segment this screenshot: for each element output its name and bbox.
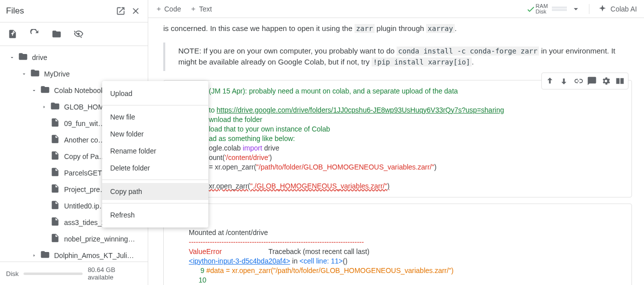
ctx-new-folder[interactable]: New folder bbox=[102, 126, 208, 142]
file-icon bbox=[50, 216, 60, 228]
sidebar-title: Files bbox=[6, 6, 112, 16]
refresh-icon[interactable] bbox=[29, 28, 40, 40]
move-up-icon[interactable] bbox=[543, 74, 556, 88]
close-icon[interactable] bbox=[130, 5, 142, 17]
ctx-upload[interactable]: Upload bbox=[102, 85, 208, 102]
topbar: ＋Code ＋Text RAM Disk Colab AI bbox=[148, 0, 644, 18]
main-area: ＋Code ＋Text RAM Disk Colab AI is concern… bbox=[148, 0, 644, 285]
chevron-down-icon[interactable] bbox=[6, 54, 18, 60]
file-icon bbox=[50, 150, 60, 162]
folder-icon bbox=[18, 52, 28, 63]
sparkle-icon bbox=[597, 4, 607, 14]
mount-drive-icon[interactable] bbox=[51, 28, 62, 40]
folder-icon bbox=[50, 101, 60, 112]
folder-icon bbox=[40, 250, 50, 261]
disk-label: Disk bbox=[536, 9, 548, 14]
chevron-down-icon[interactable] bbox=[18, 71, 30, 77]
tree-label: Another co… bbox=[64, 136, 105, 144]
tree-label: 09_fun_wit… bbox=[64, 120, 105, 128]
link-icon[interactable] bbox=[571, 74, 584, 88]
hidden-files-icon[interactable] bbox=[73, 28, 84, 40]
add-code-button[interactable]: ＋Code bbox=[155, 4, 181, 14]
output-cell: Mounted at /content/drive --------------… bbox=[163, 204, 632, 286]
tree-folder-dolphin[interactable]: Dolphin_Amos_KT_Juli… bbox=[0, 247, 148, 262]
folder-icon bbox=[40, 84, 50, 96]
tree-folder-mydrive[interactable]: MyDrive bbox=[0, 66, 148, 82]
ctx-rename-folder[interactable]: Rename folder bbox=[102, 142, 208, 160]
tree-file[interactable]: nobel_prize_winning… bbox=[0, 230, 148, 247]
comment-icon[interactable] bbox=[585, 74, 598, 88]
chevron-right-icon[interactable] bbox=[28, 252, 40, 258]
chevron-down-icon[interactable] bbox=[28, 88, 40, 94]
tree-label: Project_pre… bbox=[64, 186, 107, 194]
chevron-right-icon[interactable] bbox=[38, 104, 50, 110]
disk-usage-bar bbox=[24, 272, 83, 275]
tree-label: MyDrive bbox=[44, 70, 70, 78]
folder-icon bbox=[30, 68, 40, 80]
colab-ai-button[interactable]: Colab AI bbox=[589, 4, 637, 14]
mirror-icon[interactable] bbox=[613, 74, 626, 88]
disk-available: 80.64 GB available bbox=[88, 266, 142, 281]
sidebar-toolbar bbox=[0, 22, 148, 46]
ctx-refresh[interactable]: Refresh bbox=[102, 206, 208, 224]
markdown-text: is concerned. In this case we happen to … bbox=[163, 23, 632, 34]
sidebar-footer: Disk 80.64 GB available bbox=[0, 262, 148, 285]
file-icon bbox=[50, 118, 60, 129]
ram-bar bbox=[552, 6, 567, 8]
add-text-button[interactable]: ＋Text bbox=[190, 4, 212, 14]
disk-bar bbox=[552, 9, 567, 11]
file-icon bbox=[50, 134, 60, 146]
file-icon bbox=[50, 184, 60, 195]
sidebar-header: Files bbox=[0, 0, 148, 22]
upload-file-icon[interactable] bbox=[7, 28, 18, 40]
popout-icon[interactable] bbox=[115, 5, 127, 17]
move-down-icon[interactable] bbox=[557, 74, 570, 88]
tree-label: Dolphin_Amos_KT_Juli… bbox=[54, 252, 134, 260]
separator bbox=[102, 203, 208, 204]
ram-label: RAM bbox=[536, 4, 548, 9]
tree-label: Untitled0.ip… bbox=[64, 202, 106, 210]
file-icon bbox=[50, 167, 60, 178]
ctx-new-file[interactable]: New file bbox=[102, 108, 208, 126]
tree-folder-drive[interactable]: drive bbox=[0, 49, 148, 66]
separator bbox=[102, 180, 208, 180]
tree-label: nobel_prize_winning… bbox=[64, 235, 135, 243]
cell-toolbar bbox=[541, 72, 628, 90]
ctx-delete-folder[interactable]: Delete folder bbox=[102, 160, 208, 176]
notebook-content: is concerned. In this case we happen to … bbox=[148, 18, 644, 285]
file-icon bbox=[50, 200, 60, 212]
disk-label: Disk bbox=[6, 270, 19, 278]
tree-label: Copy of Pa… bbox=[64, 152, 106, 160]
tree-label: drive bbox=[32, 54, 47, 62]
code-cell[interactable]: (JM 15 Apr): probably need a mount on co… bbox=[163, 80, 632, 198]
tree-label: Colab Notebooks bbox=[54, 86, 108, 94]
context-menu: Upload New file New folder Rename folder… bbox=[102, 81, 208, 228]
chevron-down-icon[interactable] bbox=[571, 4, 581, 14]
gear-icon[interactable] bbox=[599, 74, 612, 88]
check-icon bbox=[526, 4, 536, 14]
separator bbox=[102, 105, 208, 106]
resource-indicator[interactable]: RAM Disk bbox=[536, 4, 581, 14]
file-icon bbox=[50, 233, 60, 244]
ctx-copy-path[interactable]: Copy path bbox=[102, 183, 208, 200]
note-block: NOTE: If you are on your own computer, y… bbox=[163, 42, 632, 71]
